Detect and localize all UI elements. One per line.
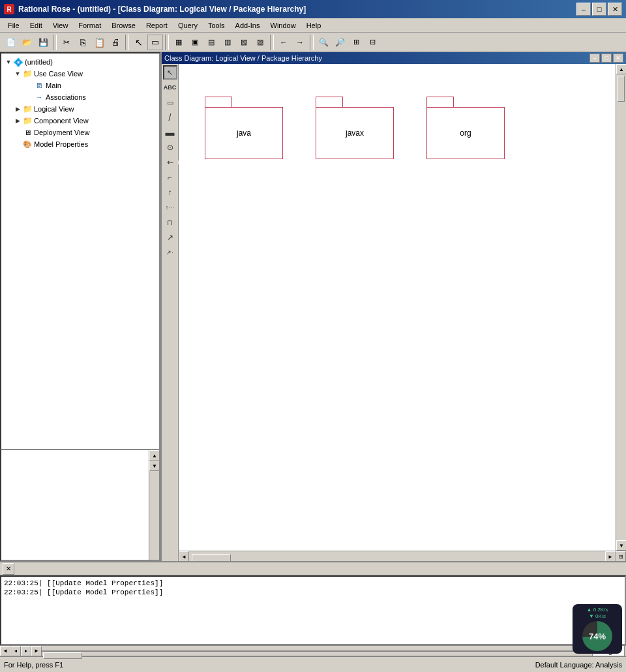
- palette-comp[interactable]: ↗: [163, 230, 177, 245]
- toolbar-b2[interactable]: ▣: [187, 35, 203, 50]
- preview-scroll-down[interactable]: ▼: [149, 461, 160, 471]
- palette-gen[interactable]: ↑: [163, 185, 177, 200]
- tree-logical-view[interactable]: ▶ 📁 Logical View: [4, 103, 156, 115]
- minimize-button[interactable]: –: [576, 3, 591, 16]
- diagram-scroll-up[interactable]: ▲: [616, 64, 626, 74]
- toolbar-copy[interactable]: ⎘: [75, 35, 91, 50]
- palette-anchor[interactable]: /: [163, 110, 177, 125]
- toolbar-rect[interactable]: ▭: [147, 35, 163, 50]
- menu-tools[interactable]: Tools: [203, 20, 230, 31]
- package-org[interactable]: org: [426, 97, 505, 159]
- maximize-button[interactable]: □: [592, 3, 606, 16]
- title-text: Rational Rose - (untitled) - [Class Diag…: [18, 5, 576, 14]
- palette-text[interactable]: ABC: [163, 80, 177, 95]
- package-javax[interactable]: javax: [316, 97, 394, 159]
- toolbar-new[interactable]: 📄: [3, 35, 18, 50]
- root-expander[interactable]: ▼: [4, 59, 13, 65]
- menu-bar: File Edit View Format Browse Report Quer…: [0, 18, 626, 33]
- menu-window[interactable]: Window: [265, 20, 301, 31]
- diagram-scroll-right[interactable]: ►: [605, 551, 616, 561]
- package-javax-label: javax: [346, 129, 364, 138]
- package-java-label: java: [237, 129, 251, 138]
- package-java-body: java: [205, 107, 283, 159]
- bottom-scroll-right[interactable]: ►: [31, 646, 42, 656]
- toolbar-sep5: [310, 35, 314, 50]
- package-javax-body: javax: [316, 107, 394, 159]
- child-close-button[interactable]: ✕: [613, 53, 623, 63]
- toolbar-b4[interactable]: ▥: [220, 35, 235, 50]
- preview-scrollbar-v[interactable]: ▲ ▼: [149, 450, 159, 560]
- preview-scroll-up[interactable]: ▲: [149, 450, 160, 461]
- logical-expander[interactable]: ▶: [13, 106, 22, 112]
- diagram-scroll-v[interactable]: ▲ ▼: [616, 64, 626, 551]
- package-org-label: org: [460, 129, 471, 138]
- toolbar-save[interactable]: 💾: [35, 35, 51, 50]
- bottom-scroll-left[interactable]: ◄: [0, 646, 10, 656]
- component-expander[interactable]: ▶: [13, 117, 22, 124]
- menu-help[interactable]: Help: [301, 20, 327, 31]
- app-icon: R: [4, 4, 14, 14]
- diagram-canvas[interactable]: java javax: [179, 64, 616, 551]
- toolbar-b3[interactable]: ▤: [203, 35, 219, 50]
- toolbar-b1[interactable]: ▦: [171, 35, 186, 50]
- palette-package[interactable]: ⊓: [163, 215, 177, 230]
- menu-view[interactable]: View: [48, 20, 74, 31]
- palette-dep2[interactable]: ↗·: [163, 245, 177, 260]
- menu-edit[interactable]: Edit: [25, 20, 48, 31]
- use-case-expander[interactable]: ▼: [13, 70, 22, 77]
- toolbar-sep4: [270, 35, 274, 50]
- log-msg-1: [[Update Model Properties]]: [47, 588, 163, 596]
- diagram-scroll-thumb-h[interactable]: [192, 554, 231, 561]
- log-entry-0: 22:03:25| [[Update Model Properties]]: [4, 579, 622, 587]
- toolbar-paste[interactable]: 📋: [91, 35, 107, 50]
- child-minimize-button[interactable]: –: [589, 53, 600, 63]
- menu-query[interactable]: Query: [173, 20, 203, 31]
- root-icon: 💠: [13, 57, 23, 67]
- child-maximize-button[interactable]: □: [601, 53, 612, 63]
- close-button[interactable]: ✕: [608, 3, 622, 16]
- diagram-scroll-track-v: [616, 74, 626, 540]
- menu-addins[interactable]: Add-Ins: [230, 20, 265, 31]
- tree-component-view[interactable]: ▶ 📁 Component View: [4, 115, 156, 127]
- tree-associations[interactable]: → Associations: [4, 91, 156, 103]
- main-toolbar: 📄 📂 💾 ✂ ⎘ 📋 🖨 ↖ ▭ ▦ ▣ ▤ ▥ ▧ ▨ ← → 🔍 🔎 ⊞ …: [0, 33, 626, 52]
- menu-file[interactable]: File: [3, 20, 25, 31]
- palette-assoc[interactable]: ↙: [162, 152, 180, 172]
- package-java[interactable]: java: [205, 97, 283, 159]
- preview-panel: ▲ ▼: [0, 450, 160, 561]
- toolbar-b6[interactable]: ▨: [252, 35, 268, 50]
- diagram-scroll-down[interactable]: ▼: [616, 540, 626, 551]
- diagram-scroll-corner[interactable]: ⊞: [616, 551, 626, 561]
- menu-report[interactable]: Report: [141, 20, 173, 31]
- tree-model-properties[interactable]: 🎨 Model Properties: [4, 138, 156, 150]
- palette-class[interactable]: ▬: [163, 125, 177, 140]
- palette-real[interactable]: ↑⋯: [163, 200, 177, 215]
- toolbar-cut[interactable]: ✂: [59, 35, 74, 50]
- menu-browse[interactable]: Browse: [106, 20, 141, 31]
- toolbar-fit2[interactable]: ⊟: [365, 35, 380, 50]
- diagram-scroll-left[interactable]: ◄: [179, 551, 189, 561]
- toolbar-zoom-in[interactable]: 🔍: [316, 35, 331, 50]
- toolbar-forward[interactable]: →: [292, 35, 308, 50]
- tree-root[interactable]: ▼ 💠 (untitled): [4, 56, 156, 68]
- main-icon: 🖹: [34, 80, 44, 91]
- tree-deployment-view[interactable]: 🖥 Deployment View: [4, 127, 156, 138]
- menu-format[interactable]: Format: [73, 20, 106, 31]
- toolbar-fit[interactable]: ⊞: [348, 35, 364, 50]
- toolbar-b5[interactable]: ▧: [236, 35, 252, 50]
- palette-select[interactable]: ↖: [163, 65, 177, 80]
- toolbar-back[interactable]: ←: [276, 35, 291, 50]
- toolbar-cursor[interactable]: ↖: [131, 35, 147, 50]
- tree-use-case-view[interactable]: ▼ 📁 Use Case View: [4, 68, 156, 80]
- bottom-scroll-thumb[interactable]: [43, 652, 82, 659]
- palette-note[interactable]: ▭: [163, 95, 177, 110]
- toolbar-zoom-out[interactable]: 🔎: [332, 35, 348, 50]
- bottom-scroll-prev[interactable]: ◂: [10, 646, 21, 656]
- bottom-scroll-next[interactable]: ▸: [21, 646, 31, 656]
- tree-main[interactable]: 🖹 Main: [4, 80, 156, 91]
- diagram-scroll-thumb-v[interactable]: [618, 76, 625, 102]
- diagram-scroll-track-h: [189, 551, 605, 561]
- bottom-close-btn[interactable]: ✕: [3, 563, 14, 575]
- toolbar-open[interactable]: 📂: [19, 35, 35, 50]
- toolbar-print[interactable]: 🖨: [108, 35, 123, 50]
